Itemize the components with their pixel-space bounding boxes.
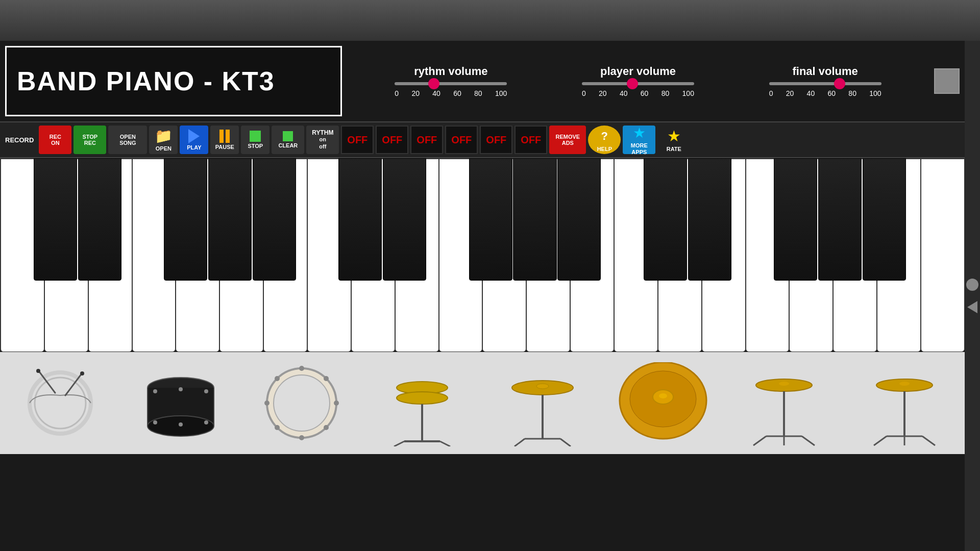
right-panel: [965, 41, 980, 551]
rythm-volume-control: rythm volume 0 20 40 60 80 100: [395, 65, 507, 97]
svg-point-13: [204, 389, 208, 393]
stop-rec-button[interactable]: STOPREC: [74, 126, 106, 154]
black-key-2[interactable]: [78, 158, 121, 281]
svg-point-25: [275, 425, 280, 430]
settings-square[interactable]: [934, 68, 960, 94]
rythm-button[interactable]: RYTHMonoff: [306, 126, 339, 154]
more-apps-icon: ★: [633, 124, 646, 141]
rec-on-label: RECON: [50, 134, 61, 146]
svg-point-42: [659, 393, 667, 398]
off-button-5[interactable]: OFF: [480, 126, 512, 154]
white-key-22[interactable]: [921, 158, 965, 352]
svg-line-48: [802, 436, 815, 445]
cymbal-stand-right[interactable]: [724, 357, 844, 449]
svg-line-38: [560, 439, 571, 446]
clear-button[interactable]: CLEAR: [272, 126, 304, 154]
pause-icon: [219, 130, 230, 143]
rythm-slider-track[interactable]: [395, 82, 507, 85]
black-key-11[interactable]: [644, 158, 687, 281]
black-key-4[interactable]: [208, 158, 252, 281]
player-slider-container: 0 20 40 60 80 100: [582, 82, 694, 97]
svg-point-12: [179, 387, 183, 391]
rate-icon: ★: [667, 127, 681, 145]
rate-button[interactable]: ★ RATE: [657, 126, 690, 154]
stop-button[interactable]: STOP: [241, 126, 270, 154]
tom-drum-svg: [142, 365, 219, 441]
off-button-4[interactable]: OFF: [445, 126, 478, 154]
off-button-1[interactable]: OFF: [341, 126, 374, 154]
off-button-2[interactable]: OFF: [376, 126, 408, 154]
side-arrow-left[interactable]: [967, 301, 977, 313]
off-button-6[interactable]: OFF: [514, 126, 547, 154]
off-text-1: OFF: [347, 134, 368, 146]
svg-point-0: [30, 372, 91, 434]
black-key-15[interactable]: [863, 158, 906, 281]
cymbal-stand-far-right-svg: [866, 360, 943, 446]
svg-line-31: [394, 441, 404, 446]
player-slider-labels: 0 20 40 60 80 100: [582, 89, 694, 97]
svg-point-34: [536, 384, 549, 389]
player-slider-thumb[interactable]: [627, 78, 638, 89]
svg-line-55: [922, 436, 935, 445]
help-button[interactable]: ? HELP: [588, 126, 621, 154]
keys-container: [0, 158, 965, 352]
svg-point-14: [153, 420, 157, 424]
svg-line-37: [514, 439, 525, 446]
svg-point-22: [334, 400, 339, 406]
off-button-3[interactable]: OFF: [410, 126, 443, 154]
final-slider-labels: 0 20 40 60 80 100: [769, 89, 881, 97]
svg-point-44: [779, 382, 789, 386]
snare-drum-svg: [24, 367, 96, 439]
title-box: BAND PIANO - KT3: [5, 46, 342, 116]
black-key-9[interactable]: [513, 158, 556, 281]
black-key-8[interactable]: [469, 158, 512, 281]
black-key-5[interactable]: [253, 158, 296, 281]
final-volume-label: final volume: [792, 65, 857, 78]
crash-svg: [504, 360, 581, 446]
side-circle[interactable]: [966, 279, 978, 291]
more-apps-button[interactable]: ★ MOREAPPS: [623, 126, 655, 154]
black-key-14[interactable]: [818, 158, 862, 281]
play-label: PLAY: [187, 144, 201, 151]
play-button[interactable]: PLAY: [180, 126, 208, 154]
player-volume-label: player volume: [600, 65, 676, 78]
final-slider-thumb[interactable]: [834, 78, 845, 89]
off-text-4: OFF: [451, 134, 472, 146]
header-section: BAND PIANO - KT3 rythm volume 0 20 40 60…: [0, 41, 965, 122]
help-label: HELP: [597, 146, 612, 152]
hi-hat-stand[interactable]: [362, 357, 482, 449]
piano-wrapper: [0, 158, 965, 352]
bass-drum[interactable]: [241, 357, 362, 449]
record-label: RECORD: [5, 136, 34, 144]
tom-drum[interactable]: [120, 357, 241, 449]
svg-point-26: [324, 425, 329, 430]
snare-drum[interactable]: [0, 357, 120, 449]
black-key-6[interactable]: [338, 158, 382, 281]
cymbal-stand-far-right[interactable]: [844, 357, 965, 449]
black-key-3[interactable]: [164, 158, 207, 281]
svg-point-11: [153, 389, 157, 393]
final-slider-track[interactable]: [769, 82, 881, 85]
black-key-7[interactable]: [383, 158, 426, 281]
black-key-10[interactable]: [557, 158, 601, 281]
open-song-button[interactable]: OPENSONG: [108, 126, 147, 154]
rec-on-button[interactable]: RECON: [39, 126, 71, 154]
ride-cymbal[interactable]: [603, 357, 723, 449]
off-text-6: OFF: [521, 134, 541, 146]
cymbal-stand-right-svg: [746, 360, 822, 446]
rate-label: RATE: [667, 146, 681, 152]
svg-point-5: [80, 371, 84, 375]
player-slider-track[interactable]: [582, 82, 694, 85]
clear-label: CLEAR: [278, 142, 298, 148]
open-button[interactable]: 📁 OPEN: [149, 126, 178, 154]
black-key-12[interactable]: [688, 158, 731, 281]
play-icon: [188, 129, 200, 143]
crash-cymbal-stand[interactable]: [482, 357, 603, 449]
black-key-1[interactable]: [34, 158, 77, 281]
pause-button[interactable]: PAUSE: [210, 126, 239, 154]
svg-point-23: [275, 376, 280, 381]
remove-ads-button[interactable]: REMOVEADS: [549, 126, 586, 154]
black-key-13[interactable]: [774, 158, 817, 281]
rythm-slider-thumb[interactable]: [428, 78, 439, 89]
svg-point-4: [36, 369, 40, 373]
